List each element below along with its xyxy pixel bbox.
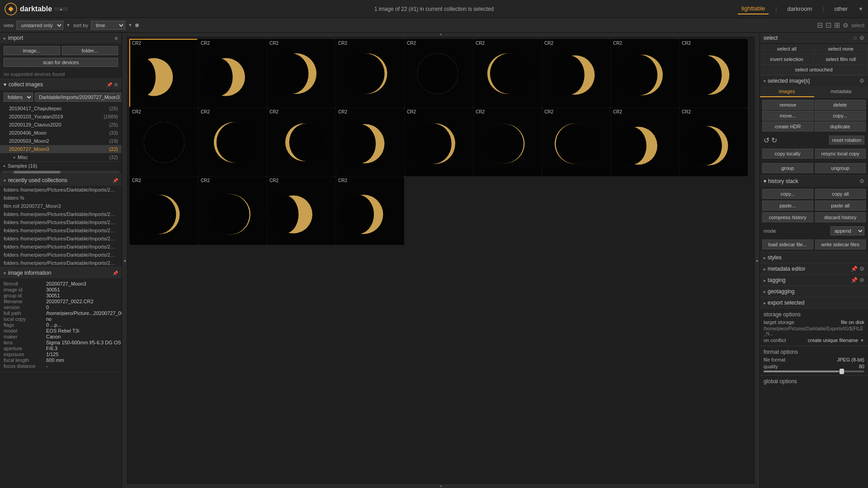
- right-settings-icon[interactable]: ⚙: [859, 35, 864, 41]
- move-btn[interactable]: move...: [762, 111, 814, 121]
- recent-item[interactable]: folders /home/piero/Pictures/Darktable/I…: [0, 259, 122, 267]
- recent-item[interactable]: folders /home/piero/Pictures/Darktable/I…: [0, 243, 122, 251]
- select-none-btn[interactable]: select none: [814, 44, 868, 54]
- discard-history-btn[interactable]: discard history: [815, 212, 866, 222]
- history-settings-icon[interactable]: ⚙: [859, 178, 864, 184]
- recent-item[interactable]: folders /home/piero/Pictures/Darktable/I…: [0, 186, 122, 194]
- filter-select[interactable]: unstarred only all: [16, 21, 63, 30]
- reset-rotation-btn[interactable]: reset rotation: [829, 136, 864, 145]
- recent-item[interactable]: folders /home/piero/Pictures/Darktable/I…: [0, 226, 122, 235]
- grid-cell[interactable]: CR2: [267, 39, 335, 107]
- mode-select[interactable]: append overwrite: [830, 226, 864, 235]
- grid-cell[interactable]: CR2: [610, 39, 678, 107]
- selected-images-header[interactable]: ▾ selected image[s] ⚙: [760, 75, 868, 86]
- quality-slider[interactable]: [764, 371, 864, 372]
- grid-cell[interactable]: CR2: [335, 39, 403, 107]
- import-image-btn[interactable]: image...: [4, 46, 60, 55]
- scan-devices-btn[interactable]: scan for devices: [4, 58, 118, 67]
- load-sidecar-btn[interactable]: load sidecar file...: [762, 239, 813, 249]
- metadata-pin-icon[interactable]: 📌: [851, 266, 858, 272]
- grid-cell[interactable]: CR2: [610, 108, 678, 175]
- recent-header[interactable]: ▾ recently used collections 📌: [0, 175, 122, 186]
- settings-icon[interactable]: ⚙: [843, 22, 849, 29]
- top-collapse-center[interactable]: ▲: [127, 33, 755, 36]
- export-header[interactable]: ▸ export selected: [760, 297, 868, 308]
- samples-item[interactable]: ▸ Samples (16): [0, 161, 122, 170]
- invert-selection-btn[interactable]: invert selection: [760, 54, 814, 65]
- write-sidecar-btn[interactable]: write sidecar files: [815, 239, 866, 249]
- folder-item[interactable]: 20200129_Clavius2020 (25): [0, 121, 122, 129]
- history-header[interactable]: ▾ history stack ⚙: [760, 176, 868, 187]
- copy-history-btn[interactable]: copy...: [762, 189, 813, 199]
- grid-cell[interactable]: CR2: [129, 176, 197, 244]
- collect-settings-icon[interactable]: ⚙: [114, 82, 118, 87]
- folder-item-active[interactable]: 20200727_Moon3 (22): [0, 145, 122, 153]
- styles-header[interactable]: ▸ styles: [760, 252, 868, 263]
- recent-item[interactable]: folders /home/piero/Pictures/Darktable/I…: [0, 235, 122, 243]
- grid-cell[interactable]: CR2: [473, 39, 541, 107]
- group-btn[interactable]: group: [762, 163, 813, 173]
- grid-cell[interactable]: CR2: [473, 108, 541, 175]
- copy-all-btn[interactable]: copy all: [815, 189, 866, 199]
- grid-cell[interactable]: CR2: [404, 39, 472, 107]
- grid-cell[interactable]: CR2: [198, 176, 266, 244]
- lighttable-nav[interactable]: lighttable: [738, 3, 769, 14]
- selected-settings-icon[interactable]: ⚙: [859, 78, 864, 84]
- zoom-out-icon[interactable]: ⊟: [817, 21, 823, 29]
- select-untouched-btn[interactable]: select untouched: [760, 65, 868, 75]
- folder-item[interactable]: ▸ Misc (32): [0, 153, 122, 161]
- rotate-cw-icon[interactable]: ↻: [771, 136, 777, 145]
- collect-pin-icon[interactable]: 📌: [107, 82, 112, 87]
- grid-cell[interactable]: CR2: [679, 39, 747, 107]
- collect-type-select[interactable]: folders film roll: [4, 93, 33, 102]
- grid-cell[interactable]: CR2: [679, 108, 747, 175]
- import-settings-icon[interactable]: ⊕: [114, 36, 118, 41]
- paste-all-btn[interactable]: paste all: [815, 201, 866, 211]
- delete-btn[interactable]: delete: [815, 100, 866, 110]
- right-star-icon[interactable]: ☆: [853, 35, 858, 41]
- grid-cell[interactable]: CR2: [129, 39, 197, 107]
- folder-item[interactable]: 20190417_Chapultepec (26): [0, 104, 122, 113]
- rotate-ccw-icon[interactable]: ↺: [764, 136, 769, 145]
- tagging-pin-icon[interactable]: 📌: [851, 277, 858, 283]
- recent-item[interactable]: folders /home/piero/Pictures/Darktable/I…: [0, 218, 122, 226]
- grid-cell[interactable]: CR2: [542, 108, 609, 175]
- recent-item[interactable]: folders /home/piero/Pictures/Darktable/I…: [0, 210, 122, 218]
- grid-cell[interactable]: CR2: [267, 108, 335, 175]
- filter-dot[interactable]: [135, 23, 139, 27]
- bottom-collapse-center[interactable]: ▼: [127, 484, 755, 488]
- recent-pin-icon[interactable]: 📌: [113, 178, 118, 183]
- folder-item[interactable]: 20200503_Moon2 (19): [0, 137, 122, 145]
- left-collapse-btn[interactable]: ◂: [122, 33, 127, 488]
- ungroup-btn[interactable]: ungroup: [815, 163, 866, 173]
- metadata-tab[interactable]: metadata: [814, 86, 868, 97]
- grid-cell[interactable]: CR2: [404, 108, 472, 175]
- other-nav[interactable]: other: [830, 4, 851, 14]
- resync-local-copy-btn[interactable]: resync local copy: [815, 149, 866, 159]
- zoom-in-icon[interactable]: ⊞: [834, 21, 840, 29]
- metadata-editor-header[interactable]: ▸ metadata editor 📌 ⚙: [760, 263, 868, 274]
- recent-item[interactable]: film roll 20200727_Moon3: [0, 202, 122, 210]
- tagging-settings-icon[interactable]: ⚙: [859, 277, 864, 283]
- recent-item[interactable]: folders /home/piero/Pictures/Darktable/I…: [0, 251, 122, 259]
- grid-cell[interactable]: CR2: [129, 108, 197, 175]
- compress-history-btn[interactable]: compress history: [762, 212, 813, 222]
- geotagging-header[interactable]: ▸ geotagging: [760, 286, 868, 297]
- sort-select[interactable]: time filename: [91, 21, 125, 30]
- folder-item[interactable]: 20200103_Yucatan2019 (1889): [0, 113, 122, 121]
- zoom-fit-icon[interactable]: ⊡: [826, 21, 831, 29]
- images-tab[interactable]: images: [760, 86, 814, 97]
- folder-item[interactable]: 20200406_Moon (33): [0, 129, 122, 137]
- top-collapse-btn[interactable]: ▲: [54, 7, 68, 11]
- grid-cell[interactable]: CR2: [542, 39, 609, 107]
- collect-header[interactable]: ▾ collect images 📌 ⚙: [0, 79, 122, 90]
- darkroom-nav[interactable]: darkroom: [783, 4, 816, 14]
- grid-cell[interactable]: CR2: [267, 176, 335, 244]
- info-pin-icon[interactable]: 📌: [113, 271, 118, 276]
- info-header[interactable]: ▾ image information 📌: [0, 267, 122, 278]
- grid-cell[interactable]: CR2: [335, 176, 403, 244]
- paste-btn[interactable]: paste...: [762, 201, 813, 211]
- metadata-settings-icon[interactable]: ⚙: [859, 266, 864, 272]
- grid-cell[interactable]: CR2: [198, 108, 266, 175]
- grid-cell[interactable]: CR2: [335, 108, 403, 175]
